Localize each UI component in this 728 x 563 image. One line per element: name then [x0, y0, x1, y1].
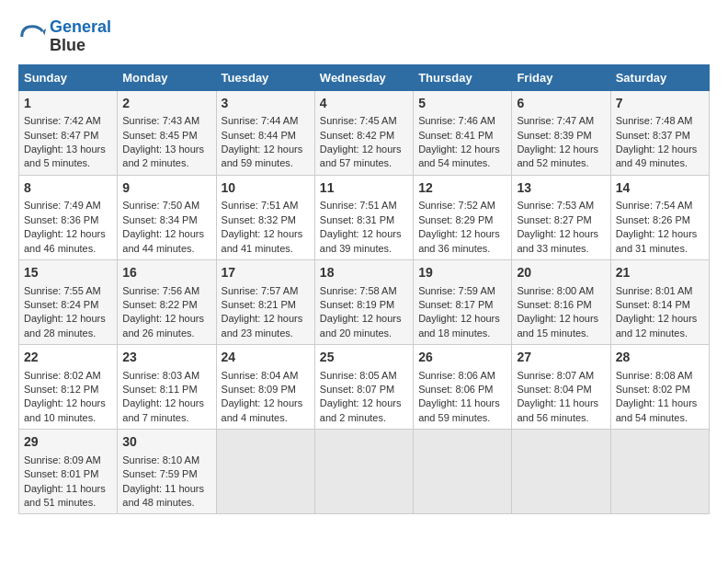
page-header: General Blue	[18, 18, 710, 55]
day-header-saturday: Saturday	[610, 64, 709, 90]
calendar-cell: 6Sunrise: 7:47 AMSunset: 8:39 PMDaylight…	[512, 90, 610, 175]
daylight-text: Daylight: 12 hours and 36 minutes.	[418, 228, 500, 253]
daylight-text: Daylight: 12 hours and 18 minutes.	[418, 313, 500, 338]
sunrise-text: Sunrise: 8:09 AM	[24, 454, 101, 465]
day-header-wednesday: Wednesday	[314, 64, 413, 90]
daylight-text: Daylight: 12 hours and 39 minutes.	[320, 228, 402, 253]
sunset-text: Sunset: 8:44 PM	[222, 130, 296, 141]
sunset-text: Sunset: 8:29 PM	[418, 214, 493, 225]
calendar-cell: 10Sunrise: 7:51 AMSunset: 8:32 PMDayligh…	[216, 175, 314, 259]
day-number: 12	[418, 179, 506, 198]
day-number: 10	[222, 179, 310, 198]
sunrise-text: Sunrise: 7:51 AM	[222, 200, 299, 211]
sunset-text: Sunset: 7:59 PM	[122, 468, 197, 479]
calendar-cell	[314, 430, 413, 514]
calendar-cell: 26Sunrise: 8:06 AMSunset: 8:06 PMDayligh…	[414, 345, 512, 430]
daylight-text: Daylight: 12 hours and 54 minutes.	[418, 144, 500, 168]
daylight-text: Daylight: 12 hours and 31 minutes.	[616, 228, 698, 253]
calendar-week-2: 15Sunrise: 7:55 AMSunset: 8:24 PMDayligh…	[19, 259, 710, 344]
calendar-cell	[414, 430, 512, 514]
day-number: 9	[122, 179, 210, 198]
sunset-text: Sunset: 8:47 PM	[24, 130, 98, 141]
daylight-text: Daylight: 12 hours and 49 minutes.	[616, 144, 698, 168]
sunset-text: Sunset: 8:42 PM	[320, 130, 394, 141]
sunset-text: Sunset: 8:19 PM	[320, 299, 394, 310]
day-number: 7	[616, 95, 704, 113]
sunrise-text: Sunrise: 8:03 AM	[122, 370, 199, 381]
sunset-text: Sunset: 8:01 PM	[24, 468, 98, 479]
daylight-text: Daylight: 12 hours and 20 minutes.	[320, 313, 402, 338]
day-number: 15	[24, 264, 112, 282]
sunrise-text: Sunrise: 7:47 AM	[517, 115, 594, 126]
calendar-cell: 14Sunrise: 7:54 AMSunset: 8:26 PMDayligh…	[610, 175, 709, 259]
daylight-text: Daylight: 12 hours and 15 minutes.	[517, 313, 598, 338]
day-number: 23	[122, 349, 210, 367]
sunrise-text: Sunrise: 7:52 AM	[418, 200, 495, 211]
daylight-text: Daylight: 12 hours and 52 minutes.	[517, 144, 598, 168]
calendar-week-1: 8Sunrise: 7:49 AMSunset: 8:36 PMDaylight…	[19, 175, 710, 259]
calendar-week-0: 1Sunrise: 7:42 AMSunset: 8:47 PMDaylight…	[19, 90, 710, 175]
sunrise-text: Sunrise: 7:59 AM	[418, 285, 495, 296]
sunset-text: Sunset: 8:36 PM	[24, 214, 98, 225]
day-number: 3	[222, 95, 310, 113]
day-number: 25	[320, 349, 408, 367]
day-number: 30	[122, 433, 210, 452]
daylight-text: Daylight: 12 hours and 23 minutes.	[222, 313, 303, 338]
sunrise-text: Sunrise: 7:48 AM	[616, 115, 693, 126]
sunrise-text: Sunrise: 7:50 AM	[122, 200, 199, 211]
daylight-text: Daylight: 13 hours and 5 minutes.	[24, 144, 106, 168]
calendar-cell: 4Sunrise: 7:45 AMSunset: 8:42 PMDaylight…	[314, 90, 413, 175]
calendar-cell: 2Sunrise: 7:43 AMSunset: 8:45 PMDaylight…	[118, 90, 216, 175]
calendar-cell: 7Sunrise: 7:48 AMSunset: 8:37 PMDaylight…	[610, 90, 709, 175]
calendar-cell: 22Sunrise: 8:02 AMSunset: 8:12 PMDayligh…	[19, 345, 118, 430]
sunset-text: Sunset: 8:02 PM	[616, 384, 690, 395]
calendar-cell: 11Sunrise: 7:51 AMSunset: 8:31 PMDayligh…	[314, 175, 413, 259]
header-row: SundayMondayTuesdayWednesdayThursdayFrid…	[19, 64, 710, 90]
daylight-text: Daylight: 12 hours and 57 minutes.	[320, 144, 402, 168]
calendar-cell: 19Sunrise: 7:59 AMSunset: 8:17 PMDayligh…	[414, 259, 512, 344]
calendar-cell: 16Sunrise: 7:56 AMSunset: 8:22 PMDayligh…	[118, 259, 216, 344]
sunrise-text: Sunrise: 7:49 AM	[24, 200, 101, 211]
sunset-text: Sunset: 8:21 PM	[222, 299, 296, 310]
calendar-cell: 8Sunrise: 7:49 AMSunset: 8:36 PMDaylight…	[19, 175, 118, 259]
daylight-text: Daylight: 12 hours and 26 minutes.	[122, 313, 204, 338]
calendar-week-4: 29Sunrise: 8:09 AMSunset: 8:01 PMDayligh…	[19, 430, 710, 514]
logo-text: General Blue	[50, 18, 111, 55]
sunrise-text: Sunrise: 7:45 AM	[320, 115, 397, 126]
day-number: 26	[418, 349, 506, 367]
sunrise-text: Sunrise: 7:43 AM	[122, 115, 199, 126]
sunrise-text: Sunrise: 7:57 AM	[222, 285, 299, 296]
calendar-table: SundayMondayTuesdayWednesdayThursdayFrid…	[18, 64, 710, 515]
calendar-cell: 21Sunrise: 8:01 AMSunset: 8:14 PMDayligh…	[610, 259, 709, 344]
day-number: 6	[517, 95, 605, 113]
daylight-text: Daylight: 12 hours and 59 minutes.	[222, 144, 303, 168]
calendar-cell: 29Sunrise: 8:09 AMSunset: 8:01 PMDayligh…	[19, 430, 118, 514]
daylight-text: Daylight: 12 hours and 33 minutes.	[517, 228, 598, 253]
calendar-cell: 9Sunrise: 7:50 AMSunset: 8:34 PMDaylight…	[118, 175, 216, 259]
day-header-tuesday: Tuesday	[216, 64, 314, 90]
daylight-text: Daylight: 13 hours and 2 minutes.	[122, 144, 204, 168]
sunset-text: Sunset: 8:09 PM	[222, 384, 296, 395]
sunrise-text: Sunrise: 8:10 AM	[122, 454, 199, 465]
sunset-text: Sunset: 8:24 PM	[24, 299, 98, 310]
calendar-cell: 20Sunrise: 8:00 AMSunset: 8:16 PMDayligh…	[512, 259, 610, 344]
sunset-text: Sunset: 8:32 PM	[222, 214, 296, 225]
sunset-text: Sunset: 8:22 PM	[122, 299, 197, 310]
day-number: 20	[517, 264, 605, 282]
day-number: 2	[122, 95, 210, 113]
sunrise-text: Sunrise: 7:44 AM	[222, 115, 299, 126]
sunset-text: Sunset: 8:07 PM	[320, 384, 394, 395]
calendar-cell: 17Sunrise: 7:57 AMSunset: 8:21 PMDayligh…	[216, 259, 314, 344]
sunset-text: Sunset: 8:14 PM	[616, 299, 690, 310]
daylight-text: Daylight: 12 hours and 2 minutes.	[320, 397, 402, 422]
day-header-friday: Friday	[512, 64, 610, 90]
calendar-cell: 13Sunrise: 7:53 AMSunset: 8:27 PMDayligh…	[512, 175, 610, 259]
day-number: 1	[24, 95, 112, 113]
sunrise-text: Sunrise: 7:51 AM	[320, 200, 397, 211]
sunset-text: Sunset: 8:37 PM	[616, 130, 690, 141]
daylight-text: Daylight: 12 hours and 41 minutes.	[222, 228, 303, 253]
day-number: 21	[616, 264, 704, 282]
day-header-sunday: Sunday	[19, 64, 118, 90]
calendar-cell	[512, 430, 610, 514]
sunset-text: Sunset: 8:39 PM	[517, 130, 591, 141]
